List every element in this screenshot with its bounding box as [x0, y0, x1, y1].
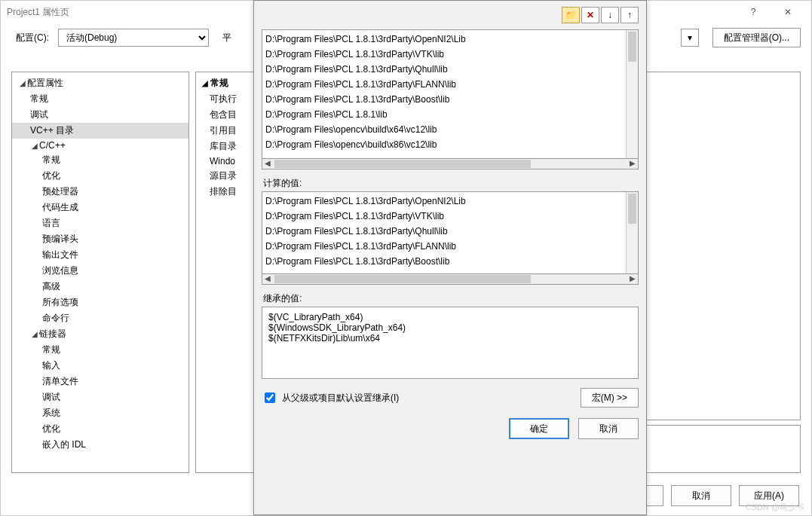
path-line[interactable]: D:\Program Files\PCL 1.8.1\3rdParty\Open…	[265, 32, 635, 47]
hscrollbar[interactable]: ◀ ▶	[262, 159, 639, 169]
hscrollbar-calc[interactable]: ◀ ▶	[262, 274, 639, 285]
tree-general[interactable]: 常规	[12, 91, 188, 107]
cat-source[interactable]: 源目录	[196, 168, 253, 184]
tree-cc-general[interactable]: 常规	[12, 152, 188, 168]
chevron-down-icon: ▾	[688, 32, 692, 43]
tree-lk-debug[interactable]: 调试	[12, 389, 188, 405]
path-line[interactable]: D:\Program Files\PCL 1.8.1\lib	[265, 107, 635, 122]
vscrollbar[interactable]	[626, 192, 638, 273]
move-up-button[interactable]: ↑	[620, 7, 639, 23]
tree-cc-adv[interactable]: 高级	[12, 279, 188, 295]
close-button[interactable]: ✕	[771, 1, 805, 23]
delete-line-button[interactable]: ✕	[581, 7, 599, 23]
calculated-listbox[interactable]: D:\Program Files\PCL 1.8.1\3rdParty\Open…	[262, 191, 639, 274]
tree-lk-general[interactable]: 常规	[12, 342, 188, 358]
calc-line: D:\Program Files\PCL 1.8.1\3rdParty\FLAN…	[265, 239, 635, 254]
tree-cc-lang[interactable]: 语言	[12, 215, 188, 231]
scroll-right-icon[interactable]: ▶	[627, 159, 638, 168]
move-down-button[interactable]: ↓	[601, 7, 619, 23]
tree-lk-opt[interactable]: 优化	[12, 421, 188, 437]
path-line[interactable]: D:\Program Files\PCL 1.8.1\3rdParty\Qhul…	[265, 62, 635, 77]
new-line-button[interactable]: 📁	[562, 7, 580, 23]
config-label: 配置(C):	[16, 32, 49, 44]
tree-cc-output[interactable]: 输出文件	[12, 247, 188, 263]
path-line[interactable]: D:\Program Files\opencv\build\x64\vc12\l…	[265, 122, 635, 137]
path-line[interactable]: D:\Program Files\PCL 1.8.1\3rdParty\Boos…	[265, 92, 635, 107]
cat-include[interactable]: 包含目	[196, 107, 253, 123]
x-icon: ✕	[587, 10, 594, 20]
scroll-left-icon[interactable]: ◀	[262, 159, 273, 168]
scroll-right-icon[interactable]: ▶	[627, 274, 638, 283]
calculated-label: 计算的值:	[263, 177, 639, 190]
config-manager-button[interactable]: 配置管理器(O)...	[712, 28, 801, 47]
cancel-button[interactable]: 取消	[578, 418, 639, 439]
tree-debug[interactable]: 调试	[12, 107, 188, 123]
tree-root[interactable]: ◢配置属性	[12, 75, 188, 91]
tree-cc-browse[interactable]: 浏览信息	[12, 263, 188, 279]
ok-button[interactable]: 确定	[509, 418, 569, 439]
back-cancel-button[interactable]: 取消	[671, 485, 731, 506]
cat-exec[interactable]: 可执行	[196, 91, 253, 107]
macros-button[interactable]: 宏(M) >>	[581, 388, 639, 408]
inherit-checkbox[interactable]	[265, 392, 275, 403]
folder-icon: 📁	[565, 10, 577, 20]
tree-vcdir[interactable]: VC++ 目录	[12, 123, 188, 139]
cat-lib[interactable]: 库目录	[196, 139, 253, 154]
vscrollbar[interactable]	[626, 30, 638, 158]
tree-lk-input[interactable]: 输入	[12, 358, 188, 374]
paths-listbox[interactable]: D:\Program Files\PCL 1.8.1\3rdParty\Open…	[262, 29, 639, 159]
cat-exclude[interactable]: 排除目	[196, 184, 253, 200]
category-head[interactable]: ◢常规	[196, 75, 253, 91]
path-line[interactable]: D:\Program Files\opencv\build\x86\vc12\l…	[265, 137, 635, 152]
arrow-down-icon: ↓	[608, 10, 612, 20]
platform-select[interactable]: ▾	[681, 29, 699, 47]
calc-line: D:\Program Files\PCL 1.8.1\3rdParty\Qhul…	[265, 224, 635, 239]
inherited-line: $(NETFXKitsDir)Lib\um\x64	[268, 333, 632, 343]
config-tree[interactable]: ◢配置属性 常规 调试 VC++ 目录 ◢C/C++ 常规 优化 预处理器 代码…	[11, 72, 189, 473]
tree-cc-opt[interactable]: 优化	[12, 168, 188, 184]
tree-linker[interactable]: ◢链接器	[12, 326, 188, 342]
tree-cc-prep[interactable]: 预处理器	[12, 184, 188, 200]
inherited-line: $(WindowsSDK_LibraryPath_x64)	[268, 322, 632, 333]
tree-cc-codegen[interactable]: 代码生成	[12, 200, 188, 215]
tree-cc-all[interactable]: 所有选项	[12, 295, 188, 310]
config-select[interactable]: 活动(Debug)	[58, 29, 209, 47]
tree-lk-system[interactable]: 系统	[12, 405, 188, 421]
inherit-check-label: 从父级或项目默认设置继承(I)	[282, 392, 399, 405]
path-editor-dialog: 📁 ✕ ↓ ↑ D:\Program Files\PCL 1.8.1\3rdPa…	[253, 0, 647, 515]
arrow-up-icon: ↑	[627, 10, 632, 20]
category-panel: ◢常规 可执行 包含目 引用目 库目录 Windo 源目录 排除目	[195, 72, 254, 473]
path-line[interactable]: D:\Program Files\PCL 1.8.1\3rdParty\FLAN…	[265, 77, 635, 92]
watermark: CSDN @马少爷	[746, 502, 804, 513]
help-button[interactable]: ?	[736, 1, 771, 23]
inherited-label: 继承的值:	[263, 292, 639, 305]
tree-lk-manifest[interactable]: 清单文件	[12, 374, 188, 389]
tree-cc-pch[interactable]: 预编译头	[12, 231, 188, 247]
calc-line: D:\Program Files\PCL 1.8.1\3rdParty\Boos…	[265, 254, 635, 269]
inherited-line: $(VC_LibraryPath_x64)	[268, 312, 632, 322]
path-line[interactable]: D:\Program Files\PCL 1.8.1\3rdParty\VTK\…	[265, 47, 635, 62]
tree-cc[interactable]: ◢C/C++	[12, 139, 188, 152]
scroll-left-icon[interactable]: ◀	[262, 274, 273, 283]
tree-cc-cmd[interactable]: 命令行	[12, 310, 188, 326]
tree-lk-idl[interactable]: 嵌入的 IDL	[12, 437, 188, 453]
calc-line: D:\Program Files\PCL 1.8.1\3rdParty\Open…	[265, 194, 635, 209]
platform-label: 平	[222, 32, 231, 44]
window-title: Project1 属性页	[7, 1, 69, 23]
cat-winrt[interactable]: Windo	[196, 154, 253, 168]
editor-toolbar: 📁 ✕ ↓ ↑	[262, 7, 639, 26]
inherited-listbox[interactable]: $(VC_LibraryPath_x64) $(WindowsSDK_Libra…	[262, 307, 639, 379]
calc-line: D:\Program Files\PCL 1.8.1\3rdParty\VTK\…	[265, 209, 635, 224]
cat-ref[interactable]: 引用目	[196, 123, 253, 139]
